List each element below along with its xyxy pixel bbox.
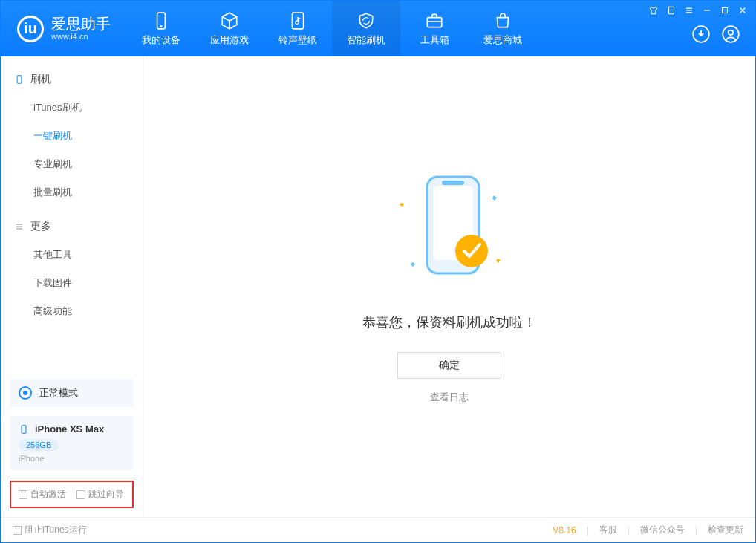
main-content: 恭喜您，保资料刷机成功啦！ 确定 查看日志 [143, 56, 755, 517]
sidebar-flash-list: iTunes刷机 一键刷机 专业刷机 批量刷机 [1, 91, 143, 215]
svg-point-7 [729, 30, 734, 36]
footer: 阻止iTunes运行 V8.16 | 客服 | 微信公众号 | 检查更新 [1, 517, 755, 542]
view-log-link[interactable]: 查看日志 [430, 391, 469, 404]
nav-flash[interactable]: 智能刷机 [332, 1, 400, 56]
checkbox-label: 自动激活 [30, 488, 66, 501]
refresh-shield-icon [356, 11, 376, 30]
svg-marker-12 [411, 262, 415, 267]
list-icon [14, 221, 25, 232]
nav-label: 工具箱 [420, 33, 449, 47]
success-message: 恭喜您，保资料刷机成功啦！ [362, 313, 536, 331]
nav-store[interactable]: 爱思商城 [469, 1, 537, 56]
version-label: V8.16 [553, 525, 576, 536]
sidebar-item-other-tools[interactable]: 其他工具 [1, 241, 143, 269]
checkbox-label: 阻止iTunes运行 [25, 524, 87, 536]
sidebar: 刷机 iTunes刷机 一键刷机 专业刷机 批量刷机 更多 其他工具 下载固件 … [1, 56, 143, 517]
top-nav: 我的设备 应用游戏 铃声壁纸 智能刷机 工具箱 爱思商城 [127, 1, 537, 56]
sidebar-section-more: 更多 [1, 215, 143, 238]
svg-point-1 [160, 25, 162, 27]
ok-button[interactable]: 确定 [397, 352, 501, 379]
footer-link-wechat[interactable]: 微信公众号 [640, 524, 685, 536]
sidebar-item-download-fw[interactable]: 下载固件 [1, 269, 143, 297]
svg-marker-10 [400, 203, 404, 207]
device-icon [151, 11, 171, 30]
sidebar-item-one-key-flash[interactable]: 一键刷机 [1, 122, 143, 150]
account-row [691, 25, 748, 47]
app-name-en: www.i4.cn [51, 32, 111, 41]
svg-rect-9 [22, 425, 26, 433]
logo-icon: iu [17, 16, 44, 42]
svg-marker-11 [492, 195, 497, 201]
svg-point-6 [723, 26, 739, 42]
logo: iu 爱思助手 www.i4.cn [1, 1, 127, 56]
svg-marker-13 [496, 259, 501, 263]
phone-icon [14, 74, 25, 85]
nav-label: 应用游戏 [210, 33, 249, 47]
success-illustration [382, 169, 516, 291]
nav-label: 爱思商城 [483, 33, 522, 47]
nav-my-device[interactable]: 我的设备 [127, 1, 195, 56]
flash-options-highlighted: 自动激活 跳过向导 [10, 481, 134, 508]
device-capacity-badge: 256GB [19, 439, 59, 451]
nav-ringtone[interactable]: 铃声壁纸 [264, 1, 332, 56]
app-name-cn: 爱思助手 [51, 16, 111, 32]
nav-label: 智能刷机 [347, 33, 385, 47]
mode-label: 正常模式 [39, 386, 78, 400]
nav-label: 铃声壁纸 [278, 33, 317, 47]
checkbox-auto-activate[interactable]: 自动激活 [19, 488, 66, 501]
body: 刷机 iTunes刷机 一键刷机 专业刷机 批量刷机 更多 其他工具 下载固件 … [1, 56, 755, 517]
checkbox-label: 跳过向导 [88, 488, 124, 501]
device-box[interactable]: iPhone XS Max 256GB iPhone [10, 416, 134, 470]
device-type: iPhone [19, 454, 125, 463]
svg-rect-4 [723, 8, 728, 13]
checkbox-block-itunes[interactable]: 阻止iTunes运行 [13, 524, 87, 536]
book-icon[interactable] [666, 5, 677, 16]
svg-rect-8 [17, 76, 22, 84]
nav-toolbox[interactable]: 工具箱 [400, 1, 469, 56]
footer-link-support[interactable]: 客服 [599, 524, 617, 536]
music-file-icon [288, 11, 307, 30]
sidebar-item-itunes-flash[interactable]: iTunes刷机 [1, 94, 143, 122]
logo-text: 爱思助手 www.i4.cn [51, 16, 111, 41]
sidebar-item-batch-flash[interactable]: 批量刷机 [1, 178, 143, 207]
svg-rect-3 [427, 17, 442, 27]
cube-icon [220, 11, 239, 30]
footer-link-check-update[interactable]: 检查更新 [708, 524, 743, 536]
device-name: iPhone XS Max [35, 423, 104, 435]
svg-rect-16 [442, 181, 464, 185]
checkbox-skip-guide[interactable]: 跳过向导 [76, 488, 124, 501]
menu-icon[interactable] [684, 5, 694, 16]
close-icon[interactable] [737, 5, 748, 16]
minimize-icon[interactable] [702, 5, 712, 16]
footer-right: V8.16 | 客服 | 微信公众号 | 检查更新 [553, 524, 743, 536]
phone-outline-icon [19, 424, 29, 435]
nav-apps[interactable]: 应用游戏 [195, 1, 264, 56]
download-circle-icon[interactable] [691, 25, 711, 47]
user-circle-icon[interactable] [721, 25, 740, 47]
shopping-bag-icon [493, 11, 512, 30]
maximize-icon[interactable] [720, 5, 730, 16]
briefcase-icon [425, 11, 444, 30]
sidebar-section-flash: 刷机 [1, 68, 143, 91]
svg-point-17 [455, 235, 488, 267]
header-right [641, 1, 755, 56]
sidebar-section-label: 更多 [30, 220, 51, 233]
app-window: iu 爱思助手 www.i4.cn 我的设备 应用游戏 铃声壁纸 智能刷机 [0, 0, 756, 543]
window-controls [648, 5, 748, 16]
mode-dot-icon [19, 386, 32, 400]
nav-label: 我的设备 [142, 33, 180, 47]
mode-box[interactable]: 正常模式 [10, 379, 134, 407]
sidebar-more-list: 其他工具 下载固件 高级功能 [1, 238, 143, 334]
sidebar-item-advanced[interactable]: 高级功能 [1, 297, 143, 325]
sidebar-section-label: 刷机 [30, 73, 51, 86]
header: iu 爱思助手 www.i4.cn 我的设备 应用游戏 铃声壁纸 智能刷机 [1, 1, 755, 56]
shirt-icon[interactable] [648, 5, 659, 16]
sidebar-item-pro-flash[interactable]: 专业刷机 [1, 150, 143, 178]
